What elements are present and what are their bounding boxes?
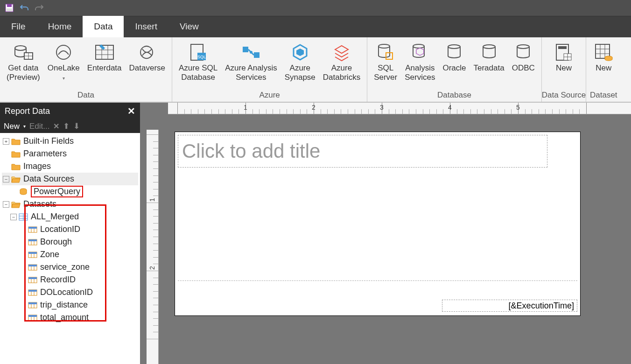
azure-databricks-button[interactable]: AzureDatabricks <box>319 39 364 84</box>
as-l1: Analysis <box>405 63 435 72</box>
odbc-icon <box>515 43 531 62</box>
tree-field-totalamount[interactable]: total_amount <box>2 311 138 324</box>
synapse-l1: Azure <box>290 63 310 72</box>
tree-label: Borough <box>40 237 72 247</box>
tab-view[interactable]: View <box>168 16 210 37</box>
azure-sql-l1: Azure SQL <box>179 63 217 72</box>
azure-databricks-icon <box>332 43 351 62</box>
report-data-tree: + Built-in Fields Parameters Images − Da… <box>0 133 140 326</box>
new-datasource-icon <box>554 42 573 62</box>
tree-ds-powerquery[interactable]: PowerQuery <box>2 185 138 198</box>
ribbon-group-datasource: New Data Source <box>542 37 587 102</box>
tree-label: service_zone <box>40 262 90 272</box>
field-icon <box>28 252 37 258</box>
ribbon-group-database-label: Database <box>437 91 471 102</box>
tree-field-recordid[interactable]: RecordID <box>2 273 138 286</box>
analysis-services-icon <box>411 42 429 62</box>
odbc-l1: ODBC <box>512 63 535 73</box>
sqlserver-l2: Server <box>374 73 397 82</box>
ribbon-tabstrip: File Home Data Insert View <box>0 16 631 37</box>
svg-point-3 <box>15 46 26 50</box>
tree-parameters[interactable]: Parameters <box>2 147 138 160</box>
tab-home[interactable]: Home <box>37 16 83 37</box>
execution-time-textbox[interactable]: [&ExecutionTime] <box>442 300 577 312</box>
sqlserver-l1: SQL <box>378 63 393 72</box>
report-page[interactable]: Click to add title [&ExecutionTime] <box>175 132 581 316</box>
new-dset-l1: New <box>596 63 611 73</box>
design-surface: /* generated below */ 12345 12 Click to … <box>141 103 631 364</box>
field-icon <box>28 302 37 308</box>
onelake-icon <box>55 43 72 61</box>
tab-file[interactable]: File <box>0 16 37 37</box>
collapse-icon[interactable]: − <box>3 176 9 182</box>
tree-dset-allmerged[interactable]: − ALL_Merged <box>2 210 138 223</box>
new-datasource-button[interactable]: New <box>549 39 578 75</box>
analysis-services-button[interactable]: AnalysisServices <box>401 39 439 84</box>
teradata-button[interactable]: Teradata <box>470 39 508 75</box>
report-body[interactable] <box>178 169 577 281</box>
ribbon-group-dataset: New Dataset <box>586 37 621 102</box>
databricks-l2: Databricks <box>323 73 360 82</box>
collapse-icon[interactable]: − <box>10 214 17 220</box>
folder-icon <box>11 163 21 170</box>
tab-insert[interactable]: Insert <box>124 16 168 37</box>
azure-sql-icon: SQL <box>189 42 208 62</box>
tree-images[interactable]: Images <box>2 160 138 173</box>
svg-rect-58 <box>28 265 37 266</box>
tree-field-servicezone[interactable]: service_zone <box>2 261 138 273</box>
tree-builtin-fields[interactable]: + Built-in Fields <box>2 135 138 147</box>
tree-field-dolocationid[interactable]: DOLocationID <box>2 286 138 299</box>
get-data-button[interactable]: Get data(Preview) <box>3 39 44 84</box>
panel-moveup-button[interactable]: ⬆ <box>63 121 70 131</box>
enterdata-button[interactable]: Enterdata <box>84 39 126 75</box>
redo-button[interactable] <box>33 1 46 14</box>
oracle-icon <box>446 43 462 62</box>
panel-edit-button[interactable]: Edit... <box>29 122 49 131</box>
horizontal-ruler: /* generated below */ 12345 <box>168 103 631 114</box>
save-button[interactable] <box>3 1 16 14</box>
panel-delete-button[interactable]: ✕ <box>53 122 59 131</box>
tree-field-borough[interactable]: Borough <box>2 236 138 248</box>
sql-server-button[interactable]: SQLServer <box>370 39 401 84</box>
azure-analysis-button[interactable]: Azure AnalysisServices <box>221 39 281 84</box>
odbc-button[interactable]: ODBC <box>508 39 539 75</box>
azure-synapse-button[interactable]: AzureSynapse <box>281 39 319 84</box>
collapse-icon[interactable]: − <box>3 201 9 208</box>
azure-sql-l2: Database <box>181 73 215 82</box>
undo-button[interactable] <box>18 1 31 14</box>
tree-label: Datasets <box>23 199 56 209</box>
tree-datasets[interactable]: − Datasets <box>2 198 138 210</box>
svg-rect-70 <box>28 302 37 304</box>
dataverse-button[interactable]: Dataverse <box>126 39 169 75</box>
svg-rect-66 <box>28 290 37 292</box>
panel-title-bar: Report Data ✕ <box>0 103 140 119</box>
enterdata-label: Enterdata <box>87 63 122 73</box>
oracle-button[interactable]: Oracle <box>439 39 470 75</box>
tree-field-locationid[interactable]: LocationID <box>2 223 138 236</box>
onelake-button[interactable]: OneLake▾ <box>44 39 84 84</box>
title-textbox[interactable]: Click to add title <box>178 135 547 168</box>
tree-field-zone[interactable]: Zone <box>2 248 138 261</box>
panel-close-button[interactable]: ✕ <box>127 105 135 117</box>
tree-datasources[interactable]: − Data Sources <box>2 173 138 185</box>
report-footer: [&ExecutionTime] <box>178 287 577 313</box>
tab-data[interactable]: Data <box>83 16 124 37</box>
tree-label: PowerQuery <box>31 186 83 197</box>
ribbon-group-dataset-label: Dataset <box>590 91 617 102</box>
tree-label: LocationID <box>40 224 80 234</box>
new-dataset-icon <box>594 42 613 62</box>
panel-movedown-button[interactable]: ⬇ <box>73 121 80 131</box>
new-dataset-button[interactable]: New <box>589 39 618 75</box>
svg-point-22 <box>379 44 390 48</box>
azure-analysis-icon <box>241 43 261 62</box>
expand-icon[interactable]: + <box>3 138 9 145</box>
azure-as-l1: Azure Analysis <box>225 63 277 72</box>
teradata-l1: Teradata <box>474 63 505 73</box>
get-data-label1: Get data <box>8 63 38 72</box>
azure-sql-button[interactable]: SQLAzure SQLDatabase <box>175 39 221 84</box>
databricks-l1: Azure <box>331 63 352 72</box>
panel-new-button[interactable]: New <box>4 122 20 131</box>
tree-field-tripdistance[interactable]: trip_distance <box>2 299 138 311</box>
svg-rect-8 <box>96 45 113 59</box>
svg-point-19 <box>250 51 252 54</box>
